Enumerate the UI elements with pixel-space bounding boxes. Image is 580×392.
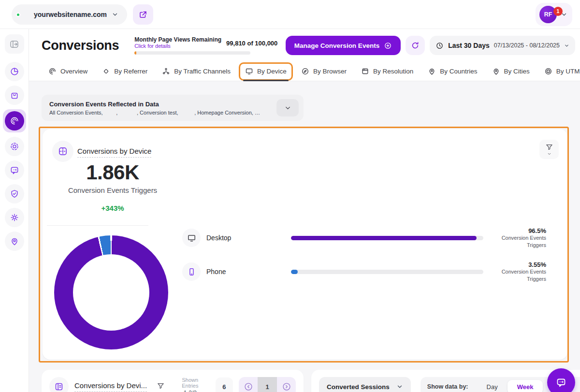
main-area: Conversions Monthly Page Views Remaining… [29, 29, 580, 392]
sidebar-item-collapse[interactable] [5, 34, 24, 54]
tab-by-traffic-channels[interactable]: By Traffic Channels [162, 62, 231, 81]
chevron-down-icon [284, 104, 291, 112]
prev-page-button[interactable] [239, 377, 258, 392]
website-globe-icon [17, 9, 29, 20]
funnel-icon [157, 382, 165, 390]
quota-details-link[interactable]: Click for details [134, 43, 221, 49]
conversions-spiral-icon [10, 116, 19, 126]
sessions-chart-card: Converted Sessions Show data by: Day Wee… [311, 370, 580, 392]
device-bar-fill [291, 236, 477, 240]
sidebar-item-ecommerce[interactable] [5, 86, 24, 105]
monitor-icon [245, 67, 253, 75]
sidebar-item-settings[interactable] [5, 208, 24, 227]
tab-by-resolution[interactable]: By Resolution [361, 62, 413, 81]
page-header: Conversions Monthly Page Views Remaining… [29, 29, 580, 62]
pie-chart-icon [10, 67, 19, 76]
funnel-icon [545, 143, 553, 151]
tab-by-countries[interactable]: By Countries [428, 62, 477, 81]
banner-subtitle: All Conversion Events, , , Conversion te… [49, 110, 262, 116]
quota-widget: Monthly Page Views Remaining Click for d… [134, 36, 277, 55]
phone-icon [182, 262, 201, 281]
change-badge: +343% [43, 204, 183, 212]
metric-line: Triggers [493, 242, 546, 249]
date-range-picker[interactable]: Last 30 Days 07/13/2025 - 08/12/2025 [430, 36, 575, 55]
device-percent: 96.5% [493, 227, 546, 234]
pinwheel-icon [102, 67, 110, 75]
refresh-button[interactable] [406, 36, 425, 55]
website-name: yourwebsitename.com [34, 11, 107, 18]
table-card-title[interactable]: Conversions by Devi... [74, 381, 147, 392]
external-link-icon [139, 10, 147, 19]
website-selector[interactable]: yourwebsitename.com [12, 4, 127, 25]
sidebar-item-tracking[interactable] [5, 232, 24, 251]
open-website-button[interactable] [133, 4, 153, 25]
tab-by-utm-campaign[interactable]: By UTM Campaign [544, 62, 580, 81]
card-filter-button[interactable] [539, 140, 559, 159]
table-filter-button[interactable] [157, 382, 165, 392]
sidebar-item-session-recordings[interactable] [5, 137, 24, 156]
device-label: Desktop [206, 234, 291, 242]
sidebar-item-conversions-active[interactable] [3, 109, 26, 132]
sidebar-item-analytics[interactable] [5, 62, 24, 81]
highlight-frame: Conversions by Device 1.86K Conversion E… [39, 127, 569, 363]
map-pin-icon [492, 67, 500, 75]
top-bar: yourwebsitename.com RF 1 [0, 0, 580, 29]
metric-dropdown[interactable]: Converted Sessions [319, 377, 411, 392]
tab-by-referrer[interactable]: By Referrer [102, 62, 147, 81]
total-label: Conversion Events Triggers [43, 186, 183, 194]
total-value: 1.86K [43, 161, 183, 184]
donut-chart[interactable] [54, 235, 168, 349]
tab-label: By Resolution [373, 68, 413, 75]
device-bar-track [291, 270, 483, 274]
device-bar-fill [291, 270, 298, 274]
chat-bubble-icon [555, 377, 567, 388]
shopping-bag-icon [10, 90, 19, 100]
shown-entries-label: Shown Entries [174, 377, 206, 389]
conversions-by-device-card: Conversions by Device 1.86K Conversion E… [43, 129, 567, 360]
tab-overview[interactable]: Overview [48, 62, 87, 81]
conversion-events-banner: Conversion Events Reflected in Data All … [42, 95, 304, 121]
tab-label: By Countries [440, 68, 477, 75]
page-size-selector[interactable]: 6 [216, 377, 233, 392]
sidebar-item-privacy[interactable] [5, 184, 24, 203]
content-area: Conversion Events Reflected in Data All … [29, 81, 580, 392]
arrow-right-circle-icon [282, 382, 291, 392]
banner-expand-button[interactable] [276, 99, 299, 116]
manage-button-label: Manage Conversion Events [294, 42, 379, 49]
tab-by-browser[interactable]: By Browser [301, 62, 347, 81]
device-rows: Desktop 96.5% Conversion Events Triggers [182, 221, 546, 289]
device-percent: 3.55% [493, 261, 546, 268]
window-icon [361, 67, 369, 75]
quota-value: 99,810 of 100,000 [226, 40, 277, 49]
arrow-left-circle-icon [244, 382, 253, 392]
target-icon [544, 67, 552, 75]
divider [47, 225, 148, 226]
metric-line: Conversion Events [493, 268, 546, 276]
device-bar-track [291, 236, 483, 240]
device-row-desktop[interactable]: Desktop 96.5% Conversion Events Triggers [182, 221, 546, 255]
device-row-phone[interactable]: Phone 3.55% Conversion Events Triggers [182, 255, 546, 289]
chevron-down-icon [396, 383, 403, 390]
quota-progress-fill [134, 51, 136, 55]
refresh-icon [411, 41, 420, 50]
chevron-down-icon [112, 11, 118, 18]
sidebar-item-feedback[interactable] [5, 160, 24, 180]
current-page: 1 [258, 377, 277, 392]
shield-check-icon [10, 189, 19, 199]
metric-dropdown-label: Converted Sessions [327, 383, 390, 391]
date-range-value: 07/13/2025 - 08/12/2025 [494, 42, 560, 49]
tab-label: By Device [257, 68, 287, 75]
tab-by-device[interactable]: By Device [245, 62, 287, 81]
tab-label: By UTM Campaign [556, 68, 580, 75]
granularity-day[interactable]: Day [477, 380, 508, 392]
clock-icon [435, 42, 444, 50]
granularity-week[interactable]: Week [508, 380, 543, 392]
next-page-button[interactable] [277, 377, 296, 392]
account-menu[interactable]: RF 1 [536, 3, 572, 26]
tab-by-cities[interactable]: By Cities [492, 62, 530, 81]
support-chat-button[interactable] [547, 368, 575, 392]
pagination: 1 [239, 377, 296, 392]
manage-conversion-events-button[interactable]: Manage Conversion Events [286, 36, 401, 55]
card-title[interactable]: Conversions by Device [77, 147, 151, 158]
banner-title: Conversion Events Reflected in Data [49, 101, 262, 108]
